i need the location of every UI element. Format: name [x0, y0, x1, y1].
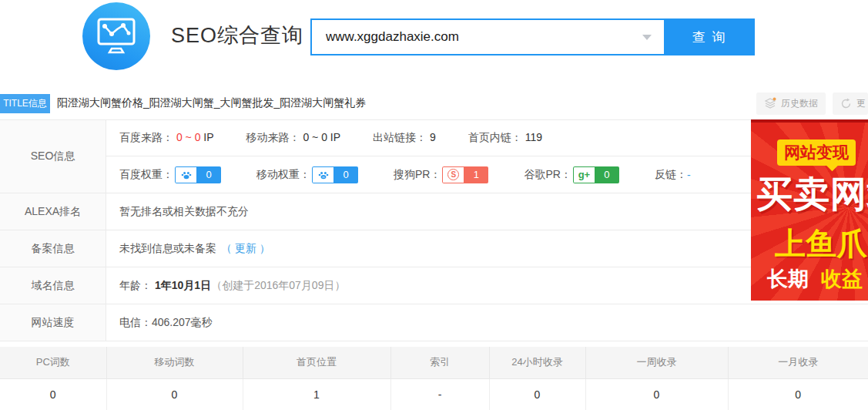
domain-label: 域名信息 [0, 267, 106, 304]
mobile-traffic-value: 0 ~ 0 [303, 131, 327, 143]
domain-created-note: （创建于2016年07月09日） [211, 279, 345, 293]
app-logo [82, 2, 150, 70]
sogou-icon: S [442, 166, 464, 183]
google-plus-icon: g+ [573, 166, 595, 183]
icp-update-link[interactable]: （ 更新 ） [221, 242, 270, 256]
mobile-paw-icon: m [312, 166, 333, 183]
alexa-row: ALEXA排名 暂无排名或相关数据不充分 [0, 193, 868, 230]
stats-value-home-position: 1 [243, 378, 390, 410]
ad-tagline: 长期收益 [767, 265, 863, 293]
alexa-label: ALEXA排名 [0, 193, 106, 230]
stats-value-24h: 0 [489, 378, 585, 410]
monitor-chart-icon [95, 15, 138, 58]
seo-info-panel: SEO信息 百度来路： 0 ~ 0 IP 移动来路： 0 ~ 0 IP 出站链接… [0, 119, 868, 341]
stats-value-row: 0 0 1 - 0 0 0 [0, 378, 868, 410]
stats-header-mobile-words: 移动词数 [106, 347, 243, 378]
ad-top-strip [751, 119, 868, 123]
speed-text: 电信：406.207毫秒 [119, 316, 213, 330]
stats-value-week: 0 [585, 378, 728, 410]
domain-row: 域名信息 年龄： 1年10月1日 （创建于2016年07月09日） [0, 267, 868, 304]
icp-row: 备案信息 未找到信息或未备案 （ 更新 ） [0, 230, 868, 267]
domain-age-prefix: 年龄： [119, 279, 152, 293]
site-title-text: 阳澄湖大闸蟹价格_阳澄湖大闸蟹_大闸蟹批发_阳澄湖大闸蟹礼券 [57, 96, 749, 110]
layers-icon [764, 97, 776, 109]
history-data-label: 历史数据 [781, 97, 818, 110]
baidu-weight-value: 0 [196, 166, 221, 183]
domain-age-value: 1年10月1日 [155, 279, 211, 293]
keyword-stats-table: PC词数 移动词数 首页位置 索引 24小时收录 一周收录 一月收录 0 0 1… [0, 347, 868, 410]
ad-banner[interactable]: 网站变现 买卖网站 上鱼爪 长期收益 [751, 119, 868, 301]
baidu-paw-icon [175, 166, 196, 183]
homepage-links-stat: 首页内链： 119 [468, 131, 542, 145]
google-pr-value: 0 [595, 166, 619, 183]
stats-header-home-position: 首页位置 [243, 347, 390, 378]
stats-value-index: - [390, 378, 489, 410]
stats-value-pc-words: 0 [0, 378, 106, 410]
more-data-label: 更 [856, 97, 866, 110]
ad-subheadline: 上鱼爪 [775, 223, 867, 265]
stats-header-month: 一月收录 [728, 347, 868, 378]
baidu-weight-badge[interactable]: 0 [175, 166, 221, 183]
chevron-down-icon[interactable] [642, 35, 652, 40]
mobile-weight-stat: 移动权重： m 0 [256, 166, 358, 183]
stats-header-week: 一周收录 [585, 347, 728, 378]
refresh-icon [840, 98, 852, 109]
alexa-text: 暂无排名或相关数据不充分 [119, 205, 249, 219]
header: SEO综合查询 查 询 [0, 0, 868, 86]
title-bar: TITLE信息 阳澄湖大闸蟹价格_阳澄湖大闸蟹_大闸蟹批发_阳澄湖大闸蟹礼券 历… [0, 92, 868, 115]
domain-search-input[interactable] [310, 18, 664, 55]
baidu-traffic-value: 0 ~ 0 [176, 131, 201, 143]
stats-header-index: 索引 [390, 347, 489, 378]
google-pr-stat: 谷歌PR： g+ 0 [524, 166, 618, 183]
query-button[interactable]: 查 询 [664, 18, 755, 55]
backlinks-value: - [687, 169, 691, 181]
search-box: 查 询 [310, 18, 755, 55]
mobile-weight-value: 0 [333, 166, 358, 183]
ad-bubble-text: 网站变现 [777, 139, 856, 166]
speed-row: 网站速度 电信：406.207毫秒 [0, 304, 868, 341]
stats-value-mobile-words: 0 [106, 378, 243, 410]
sogou-pr-value: 1 [464, 166, 488, 183]
more-data-button[interactable]: 更 [833, 92, 868, 115]
baidu-weight-stat: 百度权重： 0 [119, 166, 221, 183]
title-info-badge: TITLE信息 [0, 94, 50, 113]
sogou-pr-badge[interactable]: S 1 [442, 166, 488, 183]
baidu-traffic-stat: 百度来路： 0 ~ 0 IP [119, 131, 214, 145]
google-pr-badge[interactable]: g+ 0 [573, 166, 619, 183]
homepage-links-value: 119 [525, 131, 542, 143]
stats-header-row: PC词数 移动词数 首页位置 索引 24小时收录 一周收录 一月收录 [0, 347, 868, 378]
seo-info-label: SEO信息 [0, 120, 106, 193]
icp-text: 未找到信息或未备案 [119, 242, 216, 256]
speed-label: 网站速度 [0, 304, 106, 341]
stats-header-pc-words: PC词数 [0, 347, 106, 378]
outbound-links-value: 9 [430, 131, 436, 143]
sogou-pr-stat: 搜狗PR： S 1 [394, 166, 488, 183]
app-title: SEO综合查询 [171, 22, 303, 49]
mobile-traffic-stat: 移动来路： 0 ~ 0 IP [246, 131, 341, 145]
ad-headline: 买卖网站 [756, 170, 868, 219]
stats-header-24h: 24小时收录 [489, 347, 585, 378]
icp-label: 备案信息 [0, 230, 106, 267]
backlinks-stat: 反链： - [655, 168, 691, 182]
stats-value-month: 0 [728, 378, 868, 410]
mobile-weight-badge[interactable]: m 0 [312, 166, 358, 183]
history-data-button[interactable]: 历史数据 [756, 92, 826, 115]
seo-info-row: SEO信息 百度来路： 0 ~ 0 IP 移动来路： 0 ~ 0 IP 出站链接… [0, 120, 868, 193]
outbound-links-stat: 出站链接： 9 [373, 131, 436, 145]
